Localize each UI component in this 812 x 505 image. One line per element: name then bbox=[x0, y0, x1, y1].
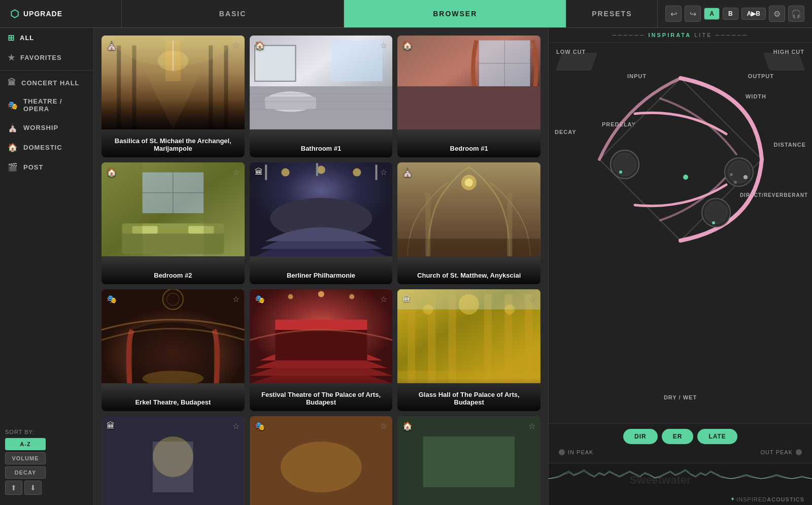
late-button[interactable]: LATE bbox=[697, 429, 737, 444]
card-glass-star[interactable]: ☆ bbox=[528, 294, 535, 304]
svg-rect-40 bbox=[375, 164, 377, 180]
redo-button[interactable]: ↪ bbox=[685, 6, 701, 22]
card-glass[interactable]: 🏛 ☆ Glass Hall of The Palace of Arts, Bu… bbox=[397, 289, 540, 411]
er-button[interactable]: ER bbox=[662, 429, 694, 444]
right-panel: ────── INSPIRATA LITE ────── LOW CUT HIG… bbox=[548, 28, 812, 505]
card-bedroom2[interactable]: 🏠 ☆ Bedroom #2 bbox=[101, 162, 245, 284]
svg-rect-11 bbox=[265, 96, 316, 109]
svg-rect-52 bbox=[275, 330, 367, 360]
tab-browser[interactable]: BROWSER bbox=[344, 0, 566, 27]
card-basilica-star[interactable]: ☆ bbox=[232, 41, 240, 50]
headphone-button[interactable]: 🎧 bbox=[788, 6, 804, 22]
card-berliner[interactable]: 🏛 ☆ Berliner Philharmonie bbox=[250, 162, 393, 284]
card-glass-label: Glass Hall of The Palace of Arts, Budape… bbox=[397, 378, 540, 411]
in-peak-dot bbox=[559, 449, 565, 455]
svg-rect-46 bbox=[507, 193, 513, 256]
card-bedroom2-type-icon: 🏠 bbox=[107, 167, 117, 177]
sort-section: SORT BY: A-Z VOLUME DECAY ⬆ ⬇ bbox=[5, 429, 89, 495]
card-berliner-image bbox=[250, 162, 393, 256]
svg-point-54 bbox=[288, 294, 293, 299]
top-nav: ⬡ UPGRADE BASIC BROWSER PRESETS ↩ ↪ A B … bbox=[0, 0, 812, 28]
dir-button[interactable]: DIR bbox=[623, 429, 658, 444]
svg-point-86 bbox=[705, 201, 727, 224]
card-festival-type-icon: 🎭 bbox=[255, 294, 265, 304]
card-glass-type-icon: 🏛 bbox=[402, 294, 411, 304]
sidebar: ⊞ ALL ★ FAVORITES 🏛 CONCERT HALL 🎭 THEAT… bbox=[0, 28, 94, 505]
brand-name: INSPIREDACOUSTICS bbox=[736, 496, 804, 502]
card-festival[interactable]: 🎭 ☆ Festival Theatre of The Palace of Ar… bbox=[250, 289, 393, 411]
btn-ab[interactable]: A▶B bbox=[741, 8, 766, 20]
card-berliner-label: Berliner Philharmonie bbox=[250, 259, 393, 284]
btn-a[interactable]: A bbox=[704, 8, 720, 20]
footer-brand: ✦ INSPIREDACOUSTICS bbox=[549, 493, 812, 505]
card-erkel[interactable]: 🎭 ☆ Erkel Theatre, Budapest bbox=[101, 289, 245, 411]
in-peak-label: IN PEAK bbox=[568, 449, 593, 455]
tab-basic[interactable]: BASIC bbox=[122, 0, 344, 27]
svg-point-73 bbox=[280, 442, 361, 492]
card-bedroom1-star[interactable]: ☆ bbox=[528, 41, 535, 50]
card-bathroom-label: Bathroom #1 bbox=[250, 132, 393, 157]
settings-button[interactable]: ⚙ bbox=[769, 6, 785, 22]
undo-button[interactable]: ↩ bbox=[665, 6, 682, 22]
in-peak-display: IN PEAK bbox=[559, 449, 593, 455]
card-bottom2[interactable]: 🎭 ☆ bbox=[250, 416, 393, 505]
card-bottom3[interactable]: 🏠 ☆ bbox=[397, 416, 540, 505]
svg-point-35 bbox=[317, 165, 325, 174]
card-bedroom1[interactable]: 🏠 ☆ Bedroom #1 bbox=[397, 36, 540, 157]
domestic-icon: 🏠 bbox=[8, 143, 18, 152]
sidebar-label-theatre: THEATRE / OPERA bbox=[23, 97, 86, 113]
card-bottom3-image bbox=[397, 416, 540, 505]
sort-volume-button[interactable]: VOLUME bbox=[5, 452, 46, 464]
svg-rect-44 bbox=[397, 239, 540, 256]
mode-selector: DIR ER LATE bbox=[559, 429, 802, 444]
card-basilica-type-icon: ⛪ bbox=[107, 41, 117, 50]
card-festival-star[interactable]: ☆ bbox=[380, 294, 387, 304]
card-berliner-star[interactable]: ☆ bbox=[380, 167, 387, 177]
upgrade-button[interactable]: ⬡ UPGRADE bbox=[0, 0, 122, 27]
out-peak-display: OUT PEAK bbox=[761, 449, 802, 455]
sidebar-item-worship[interactable]: ⛪ WORSHIP bbox=[0, 118, 93, 138]
sidebar-item-post[interactable]: 🎬 POST bbox=[0, 157, 93, 177]
inspirata-title: INSPIRATA bbox=[649, 32, 692, 38]
sidebar-item-theatre-opera[interactable]: 🎭 THEATRE / OPERA bbox=[0, 92, 93, 118]
sort-asc-button[interactable]: ⬆ bbox=[5, 481, 22, 495]
card-stmatthew[interactable]: ⛪ ☆ Church of St. Matthew, Anyksciai bbox=[397, 162, 540, 284]
btn-b[interactable]: B bbox=[723, 8, 738, 20]
bottom-controls: DIR ER LATE IN PEAK OUT PEAK bbox=[549, 423, 812, 463]
card-stmatthew-image bbox=[397, 162, 540, 256]
sidebar-item-favorites[interactable]: ★ FAVORITES bbox=[0, 48, 93, 68]
card-basilica[interactable]: ⛪ ☆ Basilica of St. Michael the Archange… bbox=[101, 36, 245, 157]
tab-presets[interactable]: PRESETS bbox=[566, 0, 658, 27]
sidebar-label-worship: WORSHIP bbox=[23, 124, 58, 131]
card-stmatthew-star[interactable]: ☆ bbox=[528, 167, 535, 177]
sidebar-item-concert-hall[interactable]: 🏛 CONCERT HALL bbox=[0, 73, 93, 92]
low-cut-label: LOW CUT bbox=[556, 49, 586, 55]
card-festival-image bbox=[250, 289, 393, 383]
sort-decay-button[interactable]: DECAY bbox=[5, 466, 46, 479]
card-bottom1-star[interactable]: ☆ bbox=[232, 421, 240, 431]
sidebar-item-all[interactable]: ⊞ ALL bbox=[0, 28, 93, 48]
card-bathroom-star[interactable]: ☆ bbox=[380, 41, 387, 50]
svg-point-56 bbox=[349, 294, 354, 299]
sort-az-button[interactable]: A-Z bbox=[5, 438, 46, 450]
all-icon: ⊞ bbox=[8, 33, 15, 43]
svg-point-88 bbox=[683, 175, 688, 180]
sort-desc-button[interactable]: ⬇ bbox=[24, 481, 42, 495]
card-bathroom[interactable]: 🏠 ☆ Bathroom #1 bbox=[250, 36, 393, 157]
decay-label: DECAY bbox=[555, 129, 577, 135]
card-bedroom2-star[interactable]: ☆ bbox=[232, 167, 240, 177]
card-bottom1-type-icon: 🏛 bbox=[107, 421, 115, 430]
card-bathroom-image bbox=[250, 36, 393, 129]
card-bottom3-star[interactable]: ☆ bbox=[528, 421, 535, 431]
card-festival-label: Festival Theatre of The Palace of Arts, … bbox=[250, 378, 393, 411]
card-erkel-star[interactable]: ☆ bbox=[232, 294, 240, 304]
card-bedroom2-label: Bedroom #2 bbox=[101, 259, 245, 284]
waveform-svg: Sweetwater bbox=[549, 463, 812, 493]
card-bottom2-star[interactable]: ☆ bbox=[380, 421, 387, 431]
card-bedroom1-image bbox=[397, 36, 540, 129]
card-stmatthew-label: Church of St. Matthew, Anyksciai bbox=[397, 259, 540, 284]
svg-point-78 bbox=[614, 153, 636, 176]
sidebar-item-domestic[interactable]: 🏠 DOMESTIC bbox=[0, 138, 93, 157]
card-bottom1[interactable]: 🏛 ☆ bbox=[101, 416, 245, 505]
peak-meters: IN PEAK OUT PEAK bbox=[559, 449, 802, 455]
